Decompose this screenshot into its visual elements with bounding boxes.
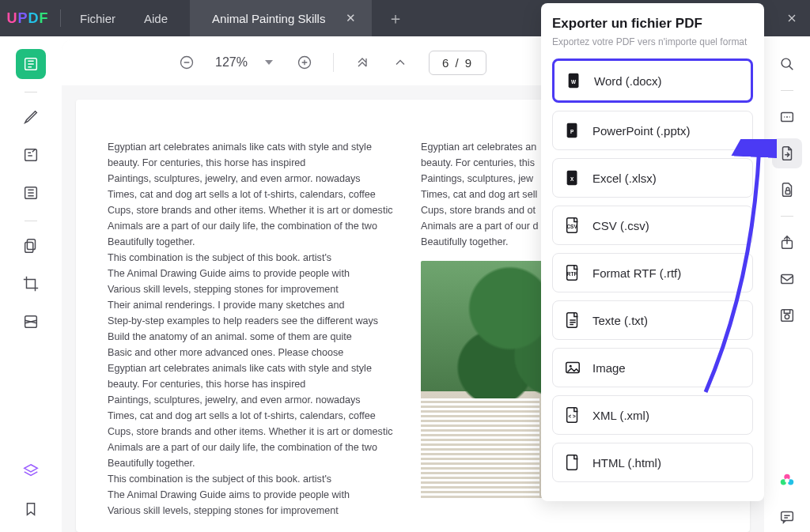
svg-text:CSV: CSV [566,224,577,229]
xml-file-icon: < > [564,406,581,424]
svg-text:X: X [570,176,574,182]
first-page-button[interactable] [348,48,377,77]
export-format-html[interactable]: HTML (.html) [552,443,753,482]
export-format-txt[interactable]: Texte (.txt) [552,300,753,340]
export-format-label: Format RTF (.rtf) [592,266,681,280]
ppt-file-icon: P [564,122,581,139]
redact-button[interactable] [16,307,46,337]
zoom-level: 127% [210,55,252,70]
bookmark-button[interactable] [16,494,46,524]
rtf-file-icon: RTF [564,264,581,281]
export-format-xls[interactable]: XExcel (.xlsx) [552,158,753,198]
ai-assistant-button[interactable] [772,466,802,496]
svg-rect-4 [27,240,35,250]
word-file-icon: W [566,72,583,89]
reader-mode-button[interactable] [16,49,46,79]
search-button[interactable] [772,49,802,79]
divider [781,216,793,217]
html-file-icon [564,454,581,471]
divider [60,9,61,27]
img-file-icon [564,359,581,376]
svg-point-9 [782,58,790,67]
zoom-out-button[interactable] [172,48,201,77]
export-format-rtf[interactable]: RTFFormat RTF (.rtf) [552,253,753,292]
export-format-ppt[interactable]: PPowerPoint (.pptx) [552,111,753,150]
organize-pages-button[interactable] [16,178,46,208]
zoom-dropdown[interactable] [265,60,273,65]
export-format-xml[interactable]: < >XML (.xml) [552,395,753,435]
export-title: Exporter un fichier PDF [552,16,753,32]
svg-point-19 [785,478,789,483]
zoom-in-button[interactable] [290,48,319,77]
svg-rect-13 [782,275,793,284]
export-format-label: Texte (.txt) [592,314,648,327]
divider [25,92,37,92]
protect-button[interactable] [772,175,802,205]
svg-text:< >: < > [568,413,576,419]
menu-file[interactable]: Fichier [66,12,130,25]
svg-text:RTF: RTF [567,271,577,277]
close-icon[interactable]: ✕ [346,11,356,25]
export-panel: Exporter un fichier PDF Exportez votre P… [541,3,764,501]
share-button[interactable] [772,228,802,258]
tab-title: Animal Painting Skills [212,12,325,25]
svg-text:W: W [571,79,577,85]
svg-rect-11 [785,191,790,194]
copy-pages-button[interactable] [16,231,46,261]
csv-file-icon: CSV [564,217,581,234]
edit-text-button[interactable] [16,140,46,170]
export-subtitle: Exportez votre PDF vers n'importe quel f… [552,36,753,47]
export-format-label: XML (.xml) [592,409,649,422]
annotate-button[interactable] [16,102,46,132]
prev-page-button[interactable] [386,48,414,77]
export-button[interactable] [772,138,802,168]
export-format-label: HTML (.html) [592,456,661,470]
crop-button[interactable] [16,269,46,299]
left-rail [0,36,62,532]
ocr-button[interactable] [772,102,802,132]
right-rail [764,36,810,532]
email-button[interactable] [772,264,802,294]
page-column-left: Egyptian art celebrates animals like cat… [108,139,405,492]
svg-rect-36 [567,455,577,470]
xls-file-icon: X [564,169,581,187]
divider [781,90,793,91]
export-format-word[interactable]: WWord (.docx) [552,58,753,103]
svg-rect-5 [25,242,32,252]
save-button[interactable] [772,300,802,330]
export-format-img[interactable]: Image [552,348,753,387]
txt-file-icon [564,311,581,329]
menu-help[interactable]: Aide [130,12,182,25]
page-indicator[interactable]: 6 / 9 [429,51,486,75]
comments-button[interactable] [772,502,802,532]
svg-point-33 [570,365,572,368]
export-format-csv[interactable]: CSVCSV (.csv) [552,206,753,245]
divider [333,53,334,72]
svg-point-15 [785,315,789,319]
tab-document[interactable]: Animal Painting Skills ✕ [190,0,372,36]
svg-rect-2 [25,149,36,161]
export-format-label: CSV (.csv) [592,219,649,232]
layers-button[interactable] [16,456,46,486]
export-format-label: PowerPoint (.pptx) [592,124,690,138]
app-logo: UPDF [0,10,55,27]
export-format-label: Image [592,361,626,375]
svg-rect-20 [782,512,793,521]
export-format-label: Excel (.xlsx) [592,172,657,185]
export-format-label: Word (.docx) [594,74,662,88]
svg-text:P: P [570,129,574,134]
close-button[interactable] [774,0,810,36]
divider [25,221,37,221]
new-tab-button[interactable]: ＋ [381,8,410,29]
